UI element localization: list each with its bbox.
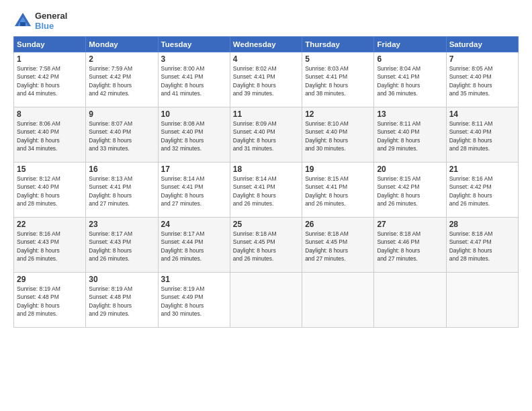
calendar-day-5: 5Sunrise: 8:03 AM Sunset: 4:41 PM Daylig… <box>302 52 374 107</box>
day-number: 5 <box>305 54 371 64</box>
calendar-day-22: 22Sunrise: 8:16 AM Sunset: 4:43 PM Dayli… <box>14 218 86 273</box>
day-number: 16 <box>89 165 154 174</box>
day-info: Sunrise: 8:16 AM Sunset: 4:42 PM Dayligh… <box>449 175 515 208</box>
empty-cell <box>374 273 446 328</box>
day-info: Sunrise: 8:09 AM Sunset: 4:40 PM Dayligh… <box>233 120 299 152</box>
day-info: Sunrise: 8:12 AM Sunset: 4:40 PM Dayligh… <box>17 175 83 208</box>
day-info: Sunrise: 8:18 AM Sunset: 4:45 PM Dayligh… <box>305 230 371 263</box>
logo-text: General Blue <box>35 11 67 31</box>
calendar-day-3: 3Sunrise: 8:00 AM Sunset: 4:41 PM Daylig… <box>158 52 230 107</box>
day-info: Sunrise: 8:11 AM Sunset: 4:40 PM Dayligh… <box>377 120 443 152</box>
calendar-day-4: 4Sunrise: 8:02 AM Sunset: 4:41 PM Daylig… <box>230 52 302 107</box>
calendar-day-8: 8Sunrise: 8:06 AM Sunset: 4:40 PM Daylig… <box>14 107 86 163</box>
day-info: Sunrise: 7:59 AM Sunset: 4:42 PM Dayligh… <box>89 64 154 97</box>
calendar-day-23: 23Sunrise: 8:17 AM Sunset: 4:43 PM Dayli… <box>86 218 158 273</box>
day-number: 23 <box>89 220 154 229</box>
day-number: 10 <box>161 109 227 119</box>
day-number: 29 <box>17 275 83 284</box>
day-number: 8 <box>17 109 83 119</box>
day-header-friday: Friday <box>374 37 446 52</box>
day-info: Sunrise: 8:19 AM Sunset: 4:48 PM Dayligh… <box>89 285 154 318</box>
day-info: Sunrise: 8:18 AM Sunset: 4:46 PM Dayligh… <box>377 230 443 263</box>
calendar-week-2: 8Sunrise: 8:06 AM Sunset: 4:40 PM Daylig… <box>14 107 519 163</box>
calendar-day-28: 28Sunrise: 8:18 AM Sunset: 4:47 PM Dayli… <box>446 218 518 273</box>
header: General Blue <box>13 11 519 31</box>
calendar-day-9: 9Sunrise: 8:07 AM Sunset: 4:40 PM Daylig… <box>86 107 158 163</box>
calendar-day-19: 19Sunrise: 8:15 AM Sunset: 4:41 PM Dayli… <box>302 163 374 218</box>
day-number: 26 <box>305 220 371 229</box>
day-info: Sunrise: 8:16 AM Sunset: 4:43 PM Dayligh… <box>17 230 83 263</box>
day-info: Sunrise: 8:10 AM Sunset: 4:40 PM Dayligh… <box>305 120 371 152</box>
svg-rect-2 <box>20 22 26 26</box>
calendar-day-15: 15Sunrise: 8:12 AM Sunset: 4:40 PM Dayli… <box>14 163 86 218</box>
day-number: 2 <box>89 54 154 64</box>
day-info: Sunrise: 8:04 AM Sunset: 4:41 PM Dayligh… <box>377 64 443 97</box>
calendar-day-10: 10Sunrise: 8:08 AM Sunset: 4:40 PM Dayli… <box>158 107 230 163</box>
day-header-tuesday: Tuesday <box>158 37 230 52</box>
day-header-sunday: Sunday <box>14 37 86 52</box>
day-number: 7 <box>449 54 515 64</box>
calendar-day-24: 24Sunrise: 8:17 AM Sunset: 4:44 PM Dayli… <box>158 218 230 273</box>
day-number: 9 <box>89 109 154 119</box>
day-header-wednesday: Wednesday <box>230 37 302 52</box>
day-number: 13 <box>377 109 443 119</box>
logo-icon <box>13 11 32 30</box>
calendar-week-4: 22Sunrise: 8:16 AM Sunset: 4:43 PM Dayli… <box>14 218 519 273</box>
day-number: 28 <box>449 220 515 229</box>
day-info: Sunrise: 8:18 AM Sunset: 4:47 PM Dayligh… <box>449 230 515 263</box>
day-info: Sunrise: 8:00 AM Sunset: 4:41 PM Dayligh… <box>161 64 227 97</box>
day-info: Sunrise: 8:02 AM Sunset: 4:41 PM Dayligh… <box>233 64 299 97</box>
day-number: 18 <box>233 165 299 174</box>
calendar-day-18: 18Sunrise: 8:14 AM Sunset: 4:41 PM Dayli… <box>230 163 302 218</box>
calendar-day-26: 26Sunrise: 8:18 AM Sunset: 4:45 PM Dayli… <box>302 218 374 273</box>
day-number: 20 <box>377 165 443 174</box>
calendar-day-14: 14Sunrise: 8:11 AM Sunset: 4:40 PM Dayli… <box>446 107 518 163</box>
day-number: 22 <box>17 220 83 229</box>
day-number: 27 <box>377 220 443 229</box>
calendar-week-5: 29Sunrise: 8:19 AM Sunset: 4:48 PM Dayli… <box>14 273 519 328</box>
page: General Blue SundayMondayTuesdayWednesda… <box>0 0 532 411</box>
day-header-thursday: Thursday <box>302 37 374 52</box>
calendar-day-13: 13Sunrise: 8:11 AM Sunset: 4:40 PM Dayli… <box>374 107 446 163</box>
calendar-day-30: 30Sunrise: 8:19 AM Sunset: 4:48 PM Dayli… <box>86 273 158 328</box>
calendar-day-12: 12Sunrise: 8:10 AM Sunset: 4:40 PM Dayli… <box>302 107 374 163</box>
day-number: 14 <box>449 109 515 119</box>
day-number: 31 <box>161 275 227 284</box>
day-info: Sunrise: 8:15 AM Sunset: 4:41 PM Dayligh… <box>305 175 371 208</box>
day-number: 15 <box>17 165 83 174</box>
day-info: Sunrise: 8:08 AM Sunset: 4:40 PM Dayligh… <box>161 120 227 152</box>
day-info: Sunrise: 8:13 AM Sunset: 4:41 PM Dayligh… <box>89 175 154 208</box>
day-info: Sunrise: 8:03 AM Sunset: 4:41 PM Dayligh… <box>305 64 371 97</box>
day-number: 30 <box>89 275 154 284</box>
empty-cell <box>230 273 302 328</box>
day-info: Sunrise: 8:19 AM Sunset: 4:49 PM Dayligh… <box>161 285 227 318</box>
calendar-day-21: 21Sunrise: 8:16 AM Sunset: 4:42 PM Dayli… <box>446 163 518 218</box>
day-info: Sunrise: 8:15 AM Sunset: 4:42 PM Dayligh… <box>377 175 443 208</box>
calendar-week-1: 1Sunrise: 7:58 AM Sunset: 4:42 PM Daylig… <box>14 52 519 107</box>
calendar-header-row: SundayMondayTuesdayWednesdayThursdayFrid… <box>14 37 519 52</box>
calendar-day-29: 29Sunrise: 8:19 AM Sunset: 4:48 PM Dayli… <box>14 273 86 328</box>
empty-cell <box>302 273 374 328</box>
day-number: 1 <box>17 54 83 64</box>
day-number: 4 <box>233 54 299 64</box>
day-number: 3 <box>161 54 227 64</box>
day-number: 25 <box>233 220 299 229</box>
empty-cell <box>446 273 518 328</box>
calendar-day-7: 7Sunrise: 8:05 AM Sunset: 4:40 PM Daylig… <box>446 52 518 107</box>
day-header-monday: Monday <box>86 37 158 52</box>
day-number: 6 <box>377 54 443 64</box>
calendar-day-16: 16Sunrise: 8:13 AM Sunset: 4:41 PM Dayli… <box>86 163 158 218</box>
day-info: Sunrise: 8:14 AM Sunset: 4:41 PM Dayligh… <box>233 175 299 208</box>
calendar-day-20: 20Sunrise: 8:15 AM Sunset: 4:42 PM Dayli… <box>374 163 446 218</box>
day-number: 19 <box>305 165 371 174</box>
calendar-day-2: 2Sunrise: 7:59 AM Sunset: 4:42 PM Daylig… <box>86 52 158 107</box>
calendar-table: SundayMondayTuesdayWednesdayThursdayFrid… <box>13 36 519 328</box>
day-info: Sunrise: 8:17 AM Sunset: 4:43 PM Dayligh… <box>89 230 154 263</box>
calendar-day-1: 1Sunrise: 7:58 AM Sunset: 4:42 PM Daylig… <box>14 52 86 107</box>
calendar-day-11: 11Sunrise: 8:09 AM Sunset: 4:40 PM Dayli… <box>230 107 302 163</box>
day-info: Sunrise: 7:58 AM Sunset: 4:42 PM Dayligh… <box>17 64 83 97</box>
calendar-day-25: 25Sunrise: 8:18 AM Sunset: 4:45 PM Dayli… <box>230 218 302 273</box>
calendar-day-17: 17Sunrise: 8:14 AM Sunset: 4:41 PM Dayli… <box>158 163 230 218</box>
calendar-day-27: 27Sunrise: 8:18 AM Sunset: 4:46 PM Dayli… <box>374 218 446 273</box>
day-info: Sunrise: 8:05 AM Sunset: 4:40 PM Dayligh… <box>449 64 515 97</box>
